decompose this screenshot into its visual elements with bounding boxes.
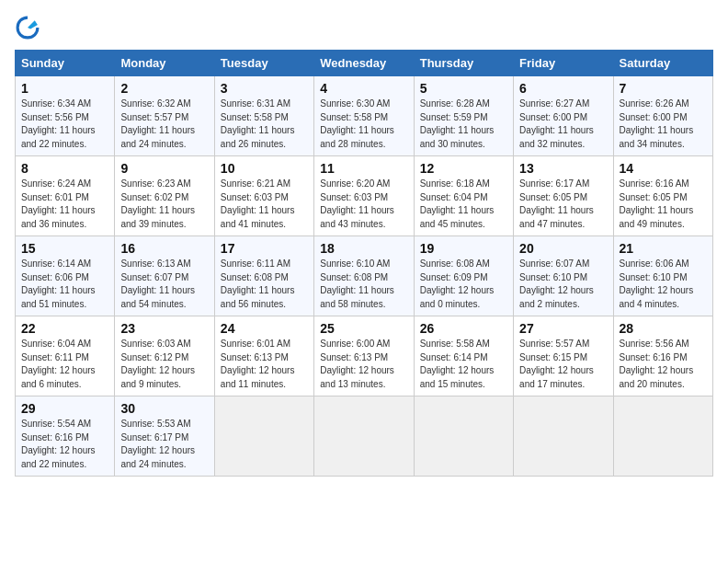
day-info: Sunrise: 6:13 AM Sunset: 6:07 PM Dayligh… xyxy=(120,258,208,311)
calendar-cell: 8Sunrise: 6:24 AM Sunset: 6:01 PM Daylig… xyxy=(16,156,115,236)
calendar-cell: 26Sunrise: 5:58 AM Sunset: 6:14 PM Dayli… xyxy=(414,316,513,396)
day-number: 14 xyxy=(620,161,707,176)
calendar-cell: 19Sunrise: 6:08 AM Sunset: 6:09 PM Dayli… xyxy=(414,236,513,316)
calendar-cell: 16Sunrise: 6:13 AM Sunset: 6:07 PM Dayli… xyxy=(115,236,214,316)
day-of-week-header: Sunday xyxy=(16,51,115,76)
calendar-cell: 11Sunrise: 6:20 AM Sunset: 6:03 PM Dayli… xyxy=(314,156,414,236)
day-number: 5 xyxy=(420,81,507,96)
calendar-week-row: 8Sunrise: 6:24 AM Sunset: 6:01 PM Daylig… xyxy=(16,156,713,236)
page-header xyxy=(15,15,713,40)
day-info: Sunrise: 6:20 AM Sunset: 6:03 PM Dayligh… xyxy=(320,178,407,231)
calendar-week-row: 15Sunrise: 6:14 AM Sunset: 6:06 PM Dayli… xyxy=(16,236,713,316)
day-info: Sunrise: 6:31 AM Sunset: 5:58 PM Dayligh… xyxy=(221,98,308,151)
day-number: 6 xyxy=(519,81,607,96)
calendar-week-row: 29Sunrise: 5:54 AM Sunset: 6:16 PM Dayli… xyxy=(16,396,713,477)
calendar-cell: 25Sunrise: 6:00 AM Sunset: 6:13 PM Dayli… xyxy=(314,316,414,396)
logo-icon xyxy=(15,15,40,40)
calendar-cell: 13Sunrise: 6:17 AM Sunset: 6:05 PM Dayli… xyxy=(514,156,613,236)
calendar-cell: 21Sunrise: 6:06 AM Sunset: 6:10 PM Dayli… xyxy=(613,236,712,316)
day-info: Sunrise: 6:18 AM Sunset: 6:04 PM Dayligh… xyxy=(420,178,507,231)
day-info: Sunrise: 6:00 AM Sunset: 6:13 PM Dayligh… xyxy=(320,338,407,391)
day-number: 27 xyxy=(519,321,607,336)
day-info: Sunrise: 6:01 AM Sunset: 6:13 PM Dayligh… xyxy=(221,338,308,391)
day-number: 12 xyxy=(420,161,507,176)
day-info: Sunrise: 6:04 AM Sunset: 6:11 PM Dayligh… xyxy=(21,338,108,391)
day-number: 16 xyxy=(120,241,208,256)
day-info: Sunrise: 6:32 AM Sunset: 5:57 PM Dayligh… xyxy=(120,98,208,151)
calendar-header-row: SundayMondayTuesdayWednesdayThursdayFrid… xyxy=(16,51,713,76)
calendar-cell: 4Sunrise: 6:30 AM Sunset: 5:58 PM Daylig… xyxy=(314,76,414,156)
day-info: Sunrise: 5:56 AM Sunset: 6:16 PM Dayligh… xyxy=(620,338,707,391)
calendar-cell xyxy=(314,396,414,477)
day-number: 25 xyxy=(320,321,407,336)
day-info: Sunrise: 6:11 AM Sunset: 6:08 PM Dayligh… xyxy=(221,258,308,311)
day-info: Sunrise: 6:30 AM Sunset: 5:58 PM Dayligh… xyxy=(320,98,407,151)
day-number: 28 xyxy=(620,321,707,336)
calendar-cell: 10Sunrise: 6:21 AM Sunset: 6:03 PM Dayli… xyxy=(214,156,313,236)
day-number: 7 xyxy=(620,81,707,96)
day-number: 29 xyxy=(21,401,108,416)
calendar-cell: 27Sunrise: 5:57 AM Sunset: 6:15 PM Dayli… xyxy=(514,316,613,396)
day-number: 30 xyxy=(120,401,208,416)
day-number: 11 xyxy=(320,161,407,176)
day-number: 13 xyxy=(519,161,607,176)
day-of-week-header: Friday xyxy=(514,51,613,76)
calendar-cell: 15Sunrise: 6:14 AM Sunset: 6:06 PM Dayli… xyxy=(16,236,115,316)
day-info: Sunrise: 6:10 AM Sunset: 6:08 PM Dayligh… xyxy=(320,258,407,311)
day-info: Sunrise: 6:34 AM Sunset: 5:56 PM Dayligh… xyxy=(21,98,108,151)
day-info: Sunrise: 5:58 AM Sunset: 6:14 PM Dayligh… xyxy=(420,338,507,391)
day-number: 8 xyxy=(21,161,108,176)
calendar-cell: 18Sunrise: 6:10 AM Sunset: 6:08 PM Dayli… xyxy=(314,236,414,316)
calendar-cell: 23Sunrise: 6:03 AM Sunset: 6:12 PM Dayli… xyxy=(115,316,214,396)
day-of-week-header: Wednesday xyxy=(314,51,414,76)
day-info: Sunrise: 6:08 AM Sunset: 6:09 PM Dayligh… xyxy=(420,258,507,311)
day-number: 17 xyxy=(221,241,308,256)
day-info: Sunrise: 6:27 AM Sunset: 6:00 PM Dayligh… xyxy=(519,98,607,151)
calendar-cell xyxy=(613,396,712,477)
calendar-cell: 9Sunrise: 6:23 AM Sunset: 6:02 PM Daylig… xyxy=(115,156,214,236)
day-info: Sunrise: 6:14 AM Sunset: 6:06 PM Dayligh… xyxy=(21,258,108,311)
day-of-week-header: Thursday xyxy=(414,51,513,76)
calendar-cell: 20Sunrise: 6:07 AM Sunset: 6:10 PM Dayli… xyxy=(514,236,613,316)
day-number: 24 xyxy=(221,321,308,336)
calendar-cell: 2Sunrise: 6:32 AM Sunset: 5:57 PM Daylig… xyxy=(115,76,214,156)
calendar-cell: 28Sunrise: 5:56 AM Sunset: 6:16 PM Dayli… xyxy=(613,316,712,396)
calendar-week-row: 22Sunrise: 6:04 AM Sunset: 6:11 PM Dayli… xyxy=(16,316,713,396)
calendar-cell: 24Sunrise: 6:01 AM Sunset: 6:13 PM Dayli… xyxy=(214,316,313,396)
day-info: Sunrise: 6:23 AM Sunset: 6:02 PM Dayligh… xyxy=(120,178,208,231)
day-info: Sunrise: 5:54 AM Sunset: 6:16 PM Dayligh… xyxy=(21,418,108,471)
day-info: Sunrise: 6:06 AM Sunset: 6:10 PM Dayligh… xyxy=(620,258,707,311)
day-number: 19 xyxy=(420,241,507,256)
day-info: Sunrise: 5:53 AM Sunset: 6:17 PM Dayligh… xyxy=(120,418,208,471)
calendar-cell xyxy=(214,396,313,477)
day-info: Sunrise: 6:07 AM Sunset: 6:10 PM Dayligh… xyxy=(519,258,607,311)
logo xyxy=(15,15,44,40)
day-number: 18 xyxy=(320,241,407,256)
day-info: Sunrise: 5:57 AM Sunset: 6:15 PM Dayligh… xyxy=(519,338,607,391)
day-info: Sunrise: 6:24 AM Sunset: 6:01 PM Dayligh… xyxy=(21,178,108,231)
calendar-cell: 6Sunrise: 6:27 AM Sunset: 6:00 PM Daylig… xyxy=(514,76,613,156)
calendar-cell: 22Sunrise: 6:04 AM Sunset: 6:11 PM Dayli… xyxy=(16,316,115,396)
calendar-cell: 17Sunrise: 6:11 AM Sunset: 6:08 PM Dayli… xyxy=(214,236,313,316)
day-number: 26 xyxy=(420,321,507,336)
day-number: 23 xyxy=(120,321,208,336)
day-number: 22 xyxy=(21,321,108,336)
day-info: Sunrise: 6:17 AM Sunset: 6:05 PM Dayligh… xyxy=(519,178,607,231)
day-number: 9 xyxy=(120,161,208,176)
calendar-cell: 1Sunrise: 6:34 AM Sunset: 5:56 PM Daylig… xyxy=(16,76,115,156)
calendar-cell: 14Sunrise: 6:16 AM Sunset: 6:05 PM Dayli… xyxy=(613,156,712,236)
day-info: Sunrise: 6:28 AM Sunset: 5:59 PM Dayligh… xyxy=(420,98,507,151)
calendar-cell: 7Sunrise: 6:26 AM Sunset: 6:00 PM Daylig… xyxy=(613,76,712,156)
day-number: 1 xyxy=(21,81,108,96)
calendar-cell: 3Sunrise: 6:31 AM Sunset: 5:58 PM Daylig… xyxy=(214,76,313,156)
day-number: 4 xyxy=(320,81,407,96)
day-number: 15 xyxy=(21,241,108,256)
calendar-cell: 30Sunrise: 5:53 AM Sunset: 6:17 PM Dayli… xyxy=(115,396,214,477)
day-info: Sunrise: 6:26 AM Sunset: 6:00 PM Dayligh… xyxy=(620,98,707,151)
day-number: 10 xyxy=(221,161,308,176)
day-info: Sunrise: 6:16 AM Sunset: 6:05 PM Dayligh… xyxy=(620,178,707,231)
day-of-week-header: Tuesday xyxy=(214,51,313,76)
calendar-cell: 29Sunrise: 5:54 AM Sunset: 6:16 PM Dayli… xyxy=(16,396,115,477)
calendar-cell: 5Sunrise: 6:28 AM Sunset: 5:59 PM Daylig… xyxy=(414,76,513,156)
calendar-cell xyxy=(414,396,513,477)
